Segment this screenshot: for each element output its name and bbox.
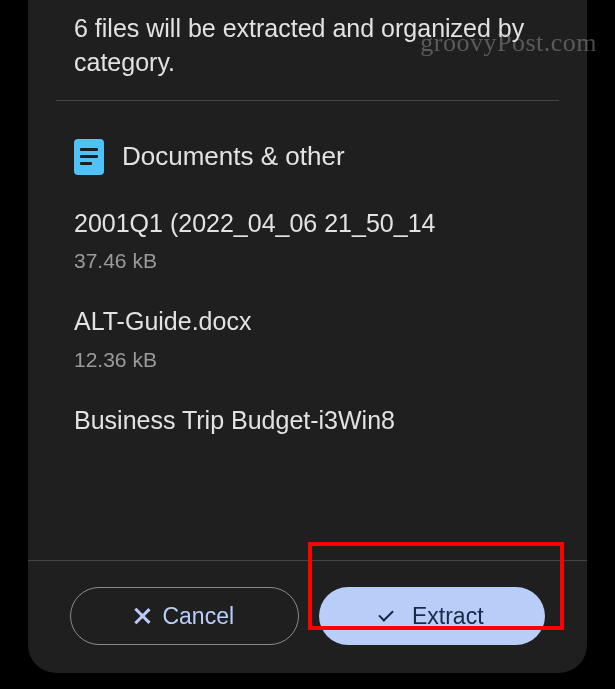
document-icon xyxy=(74,139,104,175)
category-title: Documents & other xyxy=(122,141,345,172)
check-icon xyxy=(380,609,400,623)
file-size: 12.36 kB xyxy=(74,348,559,372)
list-item[interactable]: Business Trip Budget-i3Win8 xyxy=(74,390,559,437)
button-row: Cancel Extract xyxy=(28,560,587,673)
extract-message: 6 files will be extracted and organized … xyxy=(28,8,587,100)
file-name: Business Trip Budget-i3Win8 xyxy=(74,404,559,437)
list-item[interactable]: 2001Q1 (2022_04_06 21_50_14 37.46 kB xyxy=(74,193,559,292)
file-size: 37.46 kB xyxy=(74,249,559,273)
extract-label: Extract xyxy=(412,603,484,630)
extract-button[interactable]: Extract xyxy=(319,587,546,645)
file-name: ALT-Guide.docx xyxy=(74,305,559,338)
extract-dialog: 6 files will be extracted and organized … xyxy=(28,0,587,673)
file-name: 2001Q1 (2022_04_06 21_50_14 xyxy=(74,207,559,240)
category-header: Documents & other xyxy=(28,101,587,193)
cancel-button[interactable]: Cancel xyxy=(70,587,299,645)
close-icon xyxy=(134,608,150,624)
file-list: 2001Q1 (2022_04_06 21_50_14 37.46 kB ALT… xyxy=(28,193,587,555)
cancel-label: Cancel xyxy=(162,603,234,630)
list-item[interactable]: ALT-Guide.docx 12.36 kB xyxy=(74,291,559,390)
